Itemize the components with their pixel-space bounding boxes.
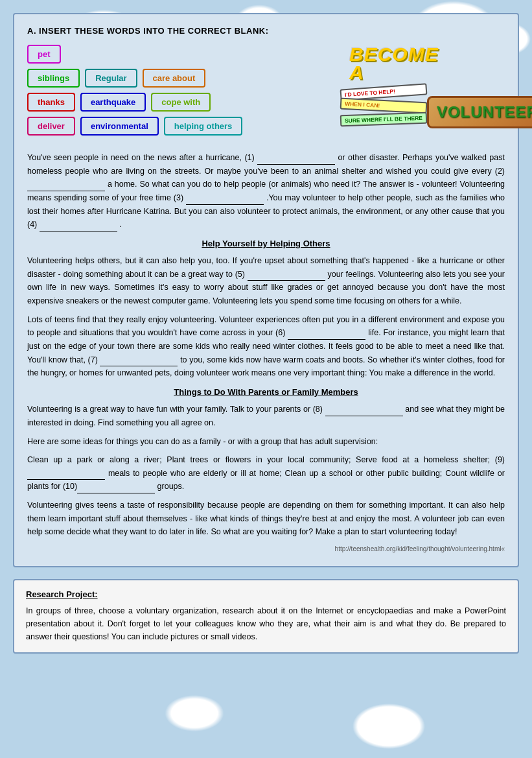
- paragraph3: Lots of teens find that they really enjo…: [27, 313, 505, 380]
- blank-5: [248, 272, 325, 281]
- blank-6: [288, 331, 365, 340]
- signs-area: I'D LOVE TO HELP! WHEN I CAN! SURE WHERE…: [340, 86, 427, 126]
- paragraph2: Volunteering helps others, but it can al…: [27, 254, 505, 308]
- word-thanks: thanks: [27, 93, 75, 112]
- blank-3: [186, 196, 264, 205]
- blank-10: [77, 484, 155, 493]
- sign-card-3: SURE WHERE I'LL BE THERE: [340, 112, 427, 127]
- research-card: Research Project: In groups of three, ch…: [13, 579, 519, 654]
- volunteer-image: BECOME A I'D LOVE TO HELP! WHEN I CAN! S…: [336, 45, 505, 128]
- word-care-about: care about: [143, 69, 206, 88]
- heading-things-to-do: Things to Do With Parents or Family Memb…: [27, 385, 505, 399]
- research-title: Research Project:: [26, 589, 506, 599]
- blank-2: [27, 182, 105, 191]
- word-deliver: deliver: [27, 117, 75, 136]
- paragraph4: Volunteering is a great way to have fun …: [27, 403, 505, 429]
- word-cope-with: cope with: [151, 93, 211, 112]
- paragraph7: Volunteering gives teens a taste of resp…: [27, 499, 505, 539]
- paragraph6: Clean up a park or along a river; Plant …: [27, 453, 505, 493]
- sign-card-2: WHEN I CAN!: [340, 98, 428, 114]
- blank-9: [27, 471, 105, 480]
- blank-1: [257, 156, 335, 165]
- word-helping-others: helping others: [164, 117, 243, 136]
- words-left: pet siblings Regular care about thanks e…: [27, 45, 330, 141]
- a-text: A: [349, 62, 505, 84]
- volunteer-scroll: VOLUNTEER: [427, 96, 532, 128]
- word-pet: pet: [27, 45, 61, 64]
- main-card: A. INSERT THESE WORDS INTO THE CORRECT B…: [13, 13, 519, 567]
- main-container: A. INSERT THESE WORDS INTO THE CORRECT B…: [13, 13, 519, 654]
- research-body: In groups of three, choose a voluntary o…: [26, 604, 506, 643]
- text-body: You've seen people in need on the news a…: [27, 151, 505, 554]
- blank-4: [40, 222, 117, 231]
- word-earthquake: earthquake: [80, 93, 146, 112]
- word-regular: Regular: [85, 69, 137, 88]
- paragraph5: Here are some ideas for things you can d…: [27, 435, 505, 449]
- blank-8: [325, 407, 403, 416]
- section-a-title: A. INSERT THESE WORDS INTO THE CORRECT B…: [27, 26, 505, 36]
- heading-help-yourself: Help Yourself by Helping Others: [27, 237, 505, 250]
- volunteer-label: VOLUNTEER: [437, 103, 532, 121]
- word-area-row: pet siblings Regular care about thanks e…: [27, 45, 505, 141]
- word-siblings: siblings: [27, 69, 80, 88]
- url-line: http://teenshealth.org/kid/feeling/thoug…: [27, 544, 505, 555]
- paragraph1: You've seen people in need on the news a…: [27, 151, 505, 231]
- blank-7: [100, 357, 178, 366]
- word-environmental: environmental: [80, 117, 159, 136]
